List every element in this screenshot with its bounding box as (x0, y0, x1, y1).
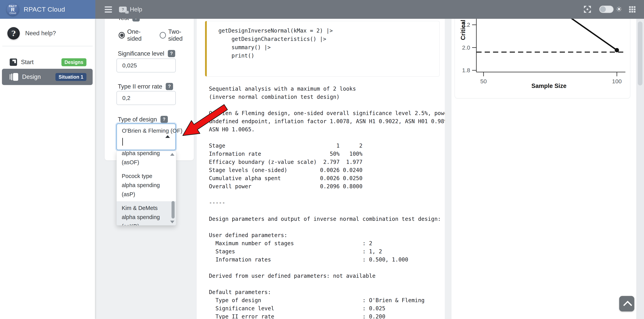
annotation-arrow (180, 101, 230, 139)
expand-arrows-icon[interactable] (583, 5, 592, 13)
r-console-output: Sequential analysis with a maximum of 2 … (209, 85, 445, 319)
question-mark-icon: ? (7, 27, 20, 39)
flipboard-icon (10, 58, 17, 66)
need-help-label: Need help? (25, 30, 56, 37)
help-label: Help (130, 6, 142, 13)
page-scrollbar-thumb[interactable] (638, 21, 642, 85)
svg-text:2.0: 2.0 (462, 44, 470, 51)
dropdown-scrollbar-thumb[interactable] (172, 201, 174, 219)
hamburger-icon[interactable] (105, 6, 112, 12)
dropdown-option[interactable]: Pocock type alpha spending (asP) (117, 169, 176, 201)
type-of-design-label: Type of design ? (118, 116, 168, 123)
combobox-value: O'Brien & Fleming (OF) (122, 127, 182, 134)
svg-text:Critical value: Critical value (460, 19, 466, 40)
radio-one-sided-label: One-sided (127, 28, 153, 42)
help-badge-design[interactable]: ? (160, 116, 168, 123)
sidebar-item-design[interactable]: Design Situation 1 (2, 69, 93, 85)
radio-two-sided-label: Two-sided (168, 28, 194, 42)
radio-two-sided[interactable] (160, 32, 166, 38)
significance-label: Significance level ? (118, 50, 175, 57)
svg-text:100: 100 (612, 78, 622, 84)
type2-error-input[interactable] (116, 91, 176, 105)
dropdown-option[interactable]: O'Brien & Fleming type alpha spending (a… (117, 151, 176, 169)
type-of-design-combobox[interactable]: O'Brien & Fleming (OF) (116, 124, 176, 150)
r-code-block: getDesignInverseNormal(kMax = 2) |> getD… (218, 26, 333, 60)
sidebar-item-label: Start (21, 59, 34, 66)
brand-area: PACT R Cloud RPACT Cloud (0, 0, 95, 19)
chevron-up-icon (623, 301, 632, 310)
text-cursor (122, 138, 123, 146)
test-radio-group: One-sided Two-sided (118, 28, 194, 42)
svg-text:1.8: 1.8 (462, 67, 470, 73)
svg-text:50: 50 (480, 78, 487, 84)
design-panel-icon (10, 73, 18, 81)
type-of-design-dropdown-menu: O'Brien & Fleming type alpha spending (a… (116, 151, 176, 226)
dropdown-scroll-down-icon[interactable] (170, 221, 174, 223)
situation-badge: Situation 1 (56, 73, 86, 81)
radio-one-sided[interactable] (118, 32, 125, 38)
toggle-switch[interactable] (599, 5, 614, 13)
sidebar-item-label: Design (22, 73, 41, 80)
svg-text:Sample Size: Sample Size (532, 82, 566, 89)
dropdown-scroll-up-icon[interactable] (170, 153, 174, 156)
help-bubble-icon: ? (119, 6, 127, 12)
rpact-logo[interactable]: PACT R Cloud (6, 3, 19, 16)
need-help-link[interactable]: ? Need help? (7, 27, 56, 39)
significance-input[interactable] (116, 58, 176, 72)
r-output-panel: getDesignInverseNormal(kMax = 2) |> getD… (197, 0, 445, 319)
grid-icon[interactable] (628, 5, 636, 13)
sun-icon[interactable]: ☀ (615, 5, 623, 13)
chevron-up-icon[interactable] (165, 135, 170, 138)
page-scrollbar[interactable] (636, 19, 644, 319)
sidebar-divider (2, 46, 93, 46)
critical-values-chart: 2.22.01.850100Sample SizeCritical value (455, 19, 630, 98)
sidebar-item-start[interactable]: Start Designs (2, 54, 93, 70)
app-header: PACT R Cloud RPACT Cloud ? Help ☀ (0, 0, 644, 19)
app-title: RPACT Cloud (24, 5, 65, 13)
help-badge-significance[interactable]: ? (168, 50, 175, 57)
dropdown-option[interactable]: Kim & DeMets alpha spending (asKD) (117, 201, 176, 226)
scroll-to-top-button[interactable] (619, 296, 634, 312)
r-code-card: getDesignInverseNormal(kMax = 2) |> getD… (205, 21, 440, 76)
sidebar: ? Need help? Start Designs Design Situat… (0, 19, 95, 319)
designs-badge: Designs (62, 58, 86, 66)
help-badge-type2[interactable]: ? (166, 83, 173, 90)
help-button[interactable]: ? Help (119, 5, 142, 14)
type2-error-label: Type II error rate ? (118, 83, 173, 90)
